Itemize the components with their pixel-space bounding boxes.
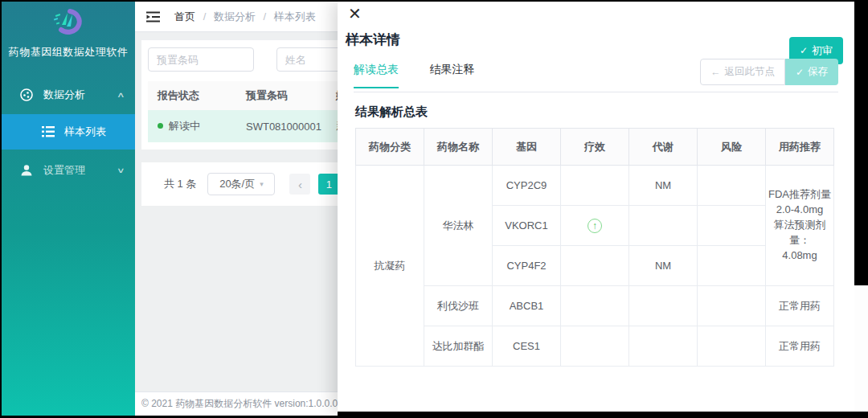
recommendation-cell: FDA推荐剂量 2.0-4.0mg 算法预测剂量： 4.08mg [766, 166, 834, 286]
recommendation-cell: 正常用药 [766, 326, 834, 367]
gene-cell: ABCB1 [493, 286, 561, 326]
sidebar-item-label: 数据分析 [43, 88, 85, 102]
table-row: 抗凝药 华法林 CYP2C9 NM FDA推荐剂量 2.0-4.0mg 算法预测… [356, 166, 834, 206]
efficacy-cell [561, 246, 629, 286]
save-button[interactable]: ✓ 保存 [785, 59, 838, 85]
app-logo [2, 2, 135, 38]
first-review-label: 初审 [812, 43, 833, 58]
filter-and-table-card: 报告状态 预置条码 姓名 解读中 SWT081000001 新疆 [141, 40, 338, 150]
sample-detail-panel: ✕ 样本详情 ✓ 初审 解读总表 结果注释 ← 返回此节点 ✓ 保存 结果解析总… [338, 2, 854, 412]
user-icon [19, 163, 34, 178]
col-metabolism: 代谢 [629, 129, 698, 166]
risk-cell [698, 326, 766, 367]
sidebar: 药物基因组数据处理软件 数据分析 ∧ 样本 [2, 2, 135, 416]
table-row: 利伐沙班 ABCB1 正常用药 [356, 286, 834, 326]
drug-cell: 利伐沙班 [424, 286, 493, 326]
detail-title: 样本详情 [346, 31, 854, 49]
pagination-total: 共 1 条 [164, 177, 196, 191]
menu-fold-icon[interactable] [146, 11, 160, 23]
metabolism-cell [629, 326, 698, 367]
col-drug-name: 药物名称 [424, 129, 493, 166]
breadcrumb-separator: / [203, 10, 207, 23]
risk-cell [698, 166, 766, 206]
table-row: 达比加群酯 CES1 正常用药 [356, 326, 834, 367]
risk-cell [698, 246, 766, 286]
name-cell: 新疆 [326, 110, 338, 142]
breadcrumb: 首页 / 数据分析 / 样本列表 [174, 10, 316, 24]
risk-cell [698, 286, 766, 326]
sample-list-panel: 首页 / 数据分析 / 样本列表 报告状态 预置条码 姓名 解读中 [135, 2, 338, 416]
copyright-footer: © 2021 药物基因数据分析软件 version:1.0.0.0 [135, 391, 338, 416]
app-title: 药物基因组数据处理软件 [2, 45, 135, 59]
page-1-button[interactable]: 1 [318, 174, 338, 195]
check-icon: ✓ [796, 67, 804, 78]
chevron-down-icon: ∨ [117, 166, 125, 174]
status-dot-icon [158, 123, 163, 129]
detail-tabs: 解读总表 结果注释 ← 返回此节点 ✓ 保存 [354, 62, 838, 92]
left-arrow-icon: ← [710, 67, 721, 78]
prev-page-button[interactable]: ‹ [289, 174, 310, 195]
page-size-select[interactable]: 20条/页 ▾ [207, 173, 275, 195]
sidebar-item-data-analysis[interactable]: 数据分析 ∧ [2, 80, 135, 109]
gene-cell: CYP4F2 [493, 246, 561, 286]
sidebar-item-sample-list[interactable]: 样本列表 [2, 114, 135, 150]
breadcrumb-home[interactable]: 首页 [174, 10, 195, 23]
gene-cell: CES1 [493, 326, 561, 367]
col-drug-category: 药物分类 [356, 129, 424, 166]
col-gene: 基因 [493, 129, 561, 166]
sidebar-item-label: 样本列表 [64, 125, 106, 139]
return-node-button[interactable]: ← 返回此节点 [700, 59, 785, 85]
breadcrumb-separator: / [264, 10, 267, 23]
category-cell: 抗凝药 [356, 166, 424, 367]
risk-cell [698, 206, 766, 246]
col-report-status: 报告状态 [148, 81, 236, 110]
sidebar-item-label: 设置管理 [43, 163, 85, 178]
sample-table: 报告状态 预置条码 姓名 解读中 SWT081000001 新疆 [148, 81, 338, 142]
screenshot-edge-artifact [854, 285, 868, 412]
status-cell: 解读中 [148, 110, 236, 142]
chevron-up-icon: ∧ [117, 91, 125, 99]
metabolism-cell: NM [629, 246, 698, 286]
table-row[interactable]: 解读中 SWT081000001 新疆 [148, 110, 338, 142]
tab-result-annotation[interactable]: 结果注释 [429, 63, 474, 87]
col-name: 姓名 [326, 81, 338, 110]
tab-interpretation-summary[interactable]: 解读总表 [354, 63, 399, 88]
barcode-filter-input[interactable] [148, 47, 254, 72]
efficacy-up-icon: ↑ [588, 219, 602, 233]
efficacy-cell [561, 326, 629, 367]
efficacy-cell [561, 166, 629, 206]
topbar: 首页 / 数据分析 / 样本列表 [135, 2, 338, 32]
close-icon[interactable]: ✕ [348, 6, 362, 22]
gene-cell: VKORC1 [493, 206, 561, 246]
drug-cell: 华法林 [424, 166, 493, 286]
sidebar-item-settings[interactable]: 设置管理 ∨ [2, 156, 135, 185]
list-icon [42, 126, 55, 137]
breadcrumb-data-analysis[interactable]: 数据分析 [214, 10, 256, 23]
pagination: 共 1 条 20条/页 ▾ ‹ 1 [141, 162, 338, 206]
page-size-value: 20条/页 [219, 177, 255, 191]
recommendation-cell: 正常用药 [766, 286, 834, 326]
efficacy-cell: ↑ [561, 206, 629, 246]
drug-cell: 达比加群酯 [424, 326, 493, 367]
gene-cell: CYP2C9 [493, 166, 561, 206]
col-risk: 风险 [698, 129, 766, 166]
name-filter-input[interactable] [276, 47, 338, 72]
data-analysis-icon [19, 88, 34, 102]
col-barcode: 预置条码 [236, 81, 326, 110]
col-efficacy: 疗效 [561, 129, 629, 166]
efficacy-cell [561, 286, 629, 326]
check-icon: ✓ [800, 45, 808, 56]
save-label: 保存 [808, 65, 828, 79]
barcode-cell: SWT081000001 [236, 110, 326, 142]
breadcrumb-sample-list: 样本列表 [274, 10, 316, 23]
return-node-label: 返回此节点 [724, 65, 775, 79]
chevron-down-icon: ▾ [260, 180, 264, 188]
logo-icon [51, 7, 86, 38]
section-title: 结果解析总表 [355, 104, 854, 120]
col-recommendation: 用药推荐 [766, 129, 834, 166]
metabolism-cell: NM [629, 166, 698, 206]
metabolism-cell [629, 286, 698, 326]
gene-result-table: 药物分类 药物名称 基因 疗效 代谢 风险 用药推荐 抗凝药 华法林 CYP2C… [355, 128, 834, 367]
metabolism-cell [629, 206, 698, 246]
